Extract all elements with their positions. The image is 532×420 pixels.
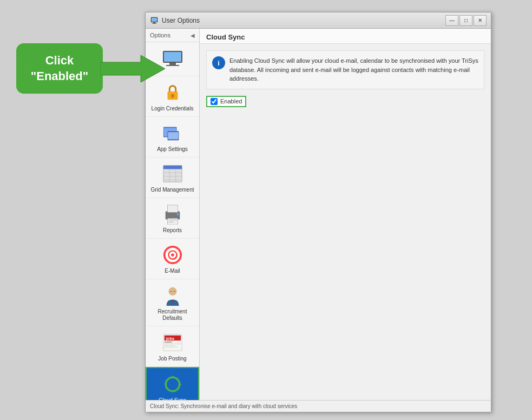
sidebar-item-reports[interactable]: Reports — [146, 198, 199, 239]
svg-rect-24 — [167, 205, 178, 212]
printer-icon — [162, 204, 183, 225]
sidebar-header: Options ◀ — [146, 29, 199, 42]
svg-rect-25 — [167, 219, 178, 225]
sidebar-item-app-settings-label: App Settings — [157, 146, 188, 153]
callout-arrow-icon — [100, 52, 165, 85]
sidebar-item-email[interactable]: E-Mail — [146, 239, 199, 279]
callout-text-line2: "Enabled" — [31, 69, 88, 83]
content-body: i Enabling Cloud Sync will allow your cl… — [200, 44, 491, 400]
svg-rect-41 — [164, 345, 174, 346]
svg-point-32 — [171, 253, 174, 257]
svg-rect-8 — [166, 65, 179, 66]
svg-rect-26 — [168, 220, 176, 221]
email-icon — [162, 244, 183, 266]
minimize-button[interactable]: — — [445, 15, 458, 26]
sidebar-item-recruitment-defaults[interactable]: Recruitment Defaults — [146, 279, 199, 326]
svg-rect-3 — [153, 22, 155, 23]
enabled-label[interactable]: Enabled — [220, 98, 242, 104]
jobs-icon: jobs — [162, 332, 183, 353]
info-box: i Enabling Cloud Sync will allow your cl… — [206, 50, 484, 89]
person-icon — [162, 285, 183, 306]
enabled-checkbox[interactable] — [211, 98, 218, 105]
callout-annotation: Click "Enabled" — [16, 43, 165, 94]
app-settings-icon — [162, 122, 183, 144]
sidebar-collapse-button[interactable]: ◀ — [191, 32, 195, 38]
sidebar-item-reports-label: Reports — [163, 227, 182, 234]
sidebar-item-recruitment-defaults-label: Recruitment Defaults — [148, 309, 197, 321]
svg-rect-7 — [169, 63, 176, 65]
svg-rect-15 — [168, 132, 178, 139]
svg-rect-40 — [164, 344, 180, 344]
user-options-window: User Options — □ ✕ Options ◀ — [145, 12, 491, 412]
sidebar-item-app-settings[interactable]: App Settings — [146, 117, 199, 158]
callout-bubble: Click "Enabled" — [16, 43, 103, 94]
cloud-sync-icon — [162, 373, 183, 395]
sidebar-item-login-credentials-label: Login Credentials — [152, 106, 194, 112]
svg-text:jobs: jobs — [165, 336, 174, 341]
svg-point-28 — [176, 213, 179, 215]
sidebar-item-job-posting-label: Job Posting — [158, 356, 186, 362]
enabled-checkbox-row: Enabled — [206, 96, 484, 107]
sidebar-item-cloud-sync[interactable]: Cloud Sync — [146, 367, 199, 400]
svg-point-33 — [168, 287, 176, 296]
svg-rect-17 — [163, 166, 181, 169]
svg-rect-39 — [164, 342, 172, 343]
close-button[interactable]: ✕ — [474, 15, 487, 26]
svg-marker-0 — [100, 55, 165, 82]
main-content: Cloud Sync i Enabling Cloud Sync will al… — [200, 29, 491, 400]
callout-text-line1: Click — [45, 54, 74, 67]
grid-icon — [162, 163, 183, 185]
sidebar-item-grid-management[interactable]: Grid Management — [146, 158, 199, 198]
titlebar-icon — [150, 16, 159, 25]
panel-title: Cloud Sync — [200, 29, 491, 44]
svg-rect-42 — [164, 347, 177, 347]
window-body: Options ◀ — [146, 29, 491, 400]
sidebar-header-label: Options — [150, 32, 170, 38]
sidebar-item-job-posting[interactable]: jobs Job Posting — [146, 326, 199, 367]
statusbar: Cloud Sync: Synchronise e-mail and diary… — [146, 400, 491, 412]
svg-rect-4 — [152, 23, 156, 24]
sidebar-item-grid-management-label: Grid Management — [150, 187, 194, 193]
titlebar: User Options — □ ✕ — [146, 12, 491, 29]
maximize-button[interactable]: □ — [459, 15, 472, 26]
svg-rect-2 — [152, 18, 157, 22]
svg-rect-27 — [168, 221, 174, 222]
svg-rect-6 — [164, 52, 181, 62]
window-title: User Options — [162, 17, 444, 24]
svg-rect-11 — [172, 96, 173, 99]
sidebar-item-email-label: E-Mail — [165, 268, 180, 274]
enabled-highlight: Enabled — [206, 96, 246, 107]
info-icon: i — [212, 56, 225, 69]
info-text: Enabling Cloud Sync will allow your clou… — [229, 56, 478, 83]
statusbar-text: Cloud Sync: Synchronise e-mail and diary… — [150, 403, 297, 409]
